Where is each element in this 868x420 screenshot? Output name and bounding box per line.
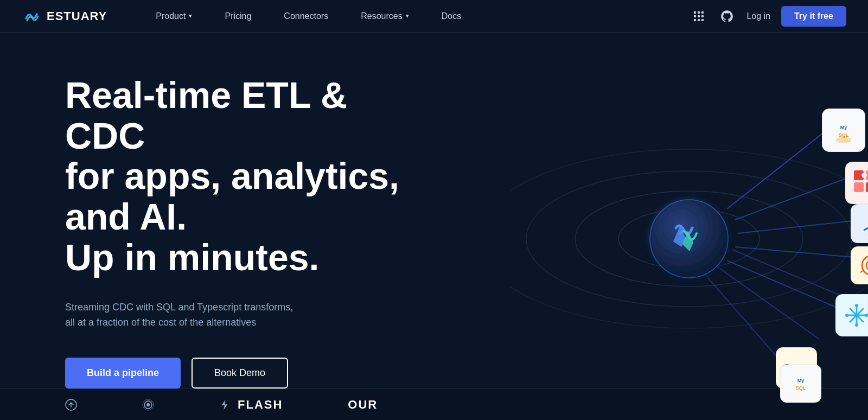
github-icon-button[interactable] <box>718 8 736 25</box>
svg-point-56 <box>845 314 848 317</box>
nav-product[interactable]: Product ▾ <box>139 0 208 33</box>
svg-point-72 <box>146 403 150 406</box>
connector-diagram: My SQL SF <box>510 43 868 412</box>
book-demo-button[interactable]: Book Demo <box>192 358 288 389</box>
svg-rect-24 <box>822 109 865 152</box>
svg-rect-34 <box>866 182 868 192</box>
svg-line-16 <box>738 220 863 233</box>
flash-icon <box>219 399 230 411</box>
svg-rect-3 <box>701 11 704 14</box>
hero-visual: My SQL SF <box>510 43 868 412</box>
svg-point-55 <box>855 323 858 327</box>
slack-icon <box>692 10 705 23</box>
svg-rect-7 <box>694 19 696 21</box>
signal-icon <box>142 399 154 411</box>
svg-rect-5 <box>698 15 700 17</box>
svg-point-57 <box>865 314 868 317</box>
nav-resources[interactable]: Resources ▾ <box>344 0 425 33</box>
svg-point-54 <box>855 304 858 307</box>
svg-line-17 <box>735 247 860 258</box>
svg-rect-9 <box>701 19 704 21</box>
svg-text:My: My <box>840 125 847 130</box>
hero-buttons: Build a pipeline Book Demo <box>65 358 434 389</box>
svg-rect-2 <box>698 11 700 14</box>
svg-rect-40 <box>851 246 868 284</box>
svg-line-15 <box>735 176 852 220</box>
bottom-bar-item-1 <box>65 399 77 411</box>
svg-rect-4 <box>694 15 696 17</box>
nav-pricing[interactable]: Pricing <box>208 0 267 33</box>
svg-text:SQL: SQL <box>796 385 806 391</box>
build-pipeline-button[interactable]: Build a pipeline <box>65 358 181 389</box>
arrow-up-icon <box>65 399 77 411</box>
svg-text:My: My <box>797 378 805 383</box>
svg-line-19 <box>716 266 819 339</box>
svg-line-18 <box>727 260 841 309</box>
hero-title: Real-time ETL & CDC for apps, analytics,… <box>65 75 434 278</box>
slack-icon-button[interactable] <box>690 8 707 25</box>
login-link[interactable]: Log in <box>746 11 770 21</box>
try-free-button[interactable]: Try it free <box>781 6 846 27</box>
svg-rect-1 <box>694 11 696 14</box>
svg-point-35 <box>861 173 867 178</box>
nav-right: Log in Try it free <box>690 6 846 27</box>
github-icon <box>720 9 734 23</box>
svg-rect-6 <box>701 15 704 17</box>
svg-rect-8 <box>698 19 700 21</box>
nav-docs[interactable]: Docs <box>425 0 477 33</box>
svg-line-20 <box>700 269 787 368</box>
svg-rect-33 <box>854 182 864 192</box>
bottom-bar-item-flash: FLASH <box>219 398 283 412</box>
svg-rect-67 <box>780 365 821 403</box>
navbar: ESTUARY Product ▾ Pricing Connectors Res… <box>0 0 868 33</box>
bottom-bar-item-our: OUR <box>348 398 378 412</box>
flash-label: FLASH <box>238 398 283 412</box>
our-label: OUR <box>348 398 378 412</box>
svg-line-14 <box>727 128 830 209</box>
logo-link[interactable]: ESTUARY <box>22 7 107 26</box>
resources-dropdown-icon: ▾ <box>406 12 409 20</box>
logo-text: ESTUARY <box>47 9 107 23</box>
hero-content: Real-time ETL & CDC for apps, analytics,… <box>65 75 434 389</box>
product-dropdown-icon: ▾ <box>189 12 192 20</box>
logo-icon <box>22 7 41 26</box>
nav-links: Product ▾ Pricing Connectors Resources ▾… <box>139 0 690 33</box>
svg-point-28 <box>836 137 851 143</box>
hero-subtitle: Streaming CDC with SQL and Typescript tr… <box>65 300 304 331</box>
hero-section: Real-time ETL & CDC for apps, analytics,… <box>0 33 868 420</box>
svg-rect-37 <box>851 204 868 243</box>
nav-connectors[interactable]: Connectors <box>267 0 344 33</box>
bottom-bar-item-2 <box>142 399 154 411</box>
